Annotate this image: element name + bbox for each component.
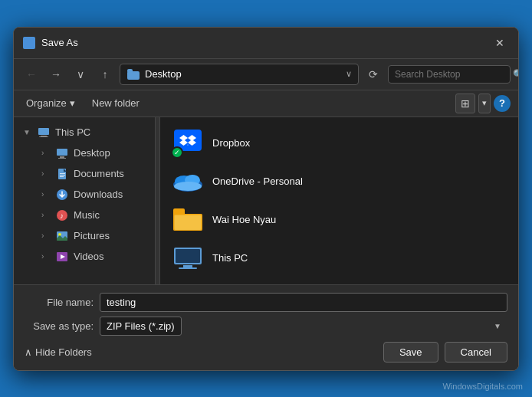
svg-point-25 [174,182,202,191]
file-item-onedrive[interactable]: OneDrive - Personal [166,163,512,200]
pictures-expand-icon: › [41,231,51,240]
svg-rect-13 [60,176,64,177]
bottom-actions: ∧ Hide Folders Save Cancel [25,342,507,363]
sidebar-item-desktop[interactable]: › Desktop [17,143,152,163]
hide-folders-button[interactable]: ∧ Hide Folders [25,346,92,358]
pictures-icon [55,229,69,243]
file-item-folder-wai[interactable]: Wai Hoe Nyau [166,202,512,238]
sidebar-item-music[interactable]: › ♪ Music [17,205,152,225]
view-controls: ⊞ ▾ ? [455,94,511,113]
svg-point-21 [188,144,189,145]
organize-button[interactable]: Organize ▾ [21,94,80,112]
main-content: ▼ This PC › [14,117,518,284]
search-input[interactable] [395,69,510,80]
view-icon: ⊞ [461,97,470,110]
videos-expand-icon: › [41,252,51,261]
hide-folders-label: Hide Folders [35,346,92,358]
address-chevron-icon[interactable]: ∨ [346,69,352,79]
svg-rect-0 [25,38,34,45]
filename-row: File name: [25,293,507,312]
save-button[interactable]: Save [383,342,438,363]
folder-icon [173,208,202,231]
sidebar-music-label: Music [74,209,100,221]
close-button[interactable]: ✕ [491,34,509,52]
svg-rect-12 [60,175,65,176]
music-icon: ♪ [55,208,69,222]
view-toggle-button[interactable]: ⊞ [455,94,475,113]
thispc-file-icon [172,246,203,271]
folder-icon-container [172,206,203,234]
desktop-expand-icon: › [41,149,51,157]
sidebar-item-documents[interactable]: › Documents [17,164,152,184]
svg-rect-8 [60,156,64,158]
action-buttons: Save Cancel [383,342,507,363]
sidebar-desktop-label: Desktop [74,147,110,159]
savetype-select[interactable]: ZIP Files (*.zip) All Files (*.*) [100,317,182,336]
forward-button[interactable]: → [46,64,66,84]
onedrive-icon-container [172,168,203,195]
dropdown-nav-button[interactable]: ∨ [71,64,90,84]
svg-text:♪: ♪ [60,212,64,220]
svg-rect-32 [176,249,200,263]
sidebar-item-videos[interactable]: › Videos [17,247,152,267]
file-item-thispc[interactable]: This PC [166,240,512,277]
documents-expand-icon: › [41,169,51,178]
sidebar: ▼ This PC › [14,117,156,284]
expand-icon: ▼ [23,128,32,136]
sidebar-item-thispc[interactable]: ▼ This PC [17,123,152,143]
search-icon: 🔍 [513,69,519,80]
refresh-button[interactable]: ⟳ [363,64,383,84]
folder-wai-name: Wai Hoe Nyau [212,214,276,225]
up-button[interactable]: ↑ [95,64,115,84]
watermark: WindowsDigitals.com [442,382,523,391]
svg-rect-6 [39,136,48,137]
address-folder-icon [126,67,140,81]
savetype-label: Save as type: [25,320,94,332]
filename-input[interactable] [100,293,507,312]
svg-rect-9 [58,158,66,159]
file-item-dropbox[interactable]: ✓ Dropbox [166,125,512,162]
navigation-toolbar: ← → ∨ ↑ Desktop ∨ ⟳ 🔍 [14,59,518,90]
organize-chevron-icon: ▾ [70,97,75,109]
dialog-title: Save As [41,37,484,48]
thispc-file-name: This PC [212,252,248,264]
dialog-icon [23,37,35,49]
dropbox-check-icon: ✓ [171,146,183,159]
action-bar: Organize ▾ New folder ⊞ ▾ ? [14,90,518,117]
filename-label: File name: [25,297,94,308]
svg-rect-34 [179,267,197,269]
thispc-icon [37,126,51,139]
titlebar: Save As ✕ [14,28,518,59]
sidebar-downloads-label: Downloads [74,189,123,200]
svg-rect-4 [38,128,49,135]
window-controls: ✕ [491,34,509,52]
svg-rect-7 [57,149,67,156]
cancel-button[interactable]: Cancel [445,342,507,363]
help-button[interactable]: ? [494,95,511,112]
hide-folders-icon: ∧ [25,346,32,358]
savetype-wrapper: ZIP Files (*.zip) All Files (*.*) [100,317,507,336]
back-button[interactable]: ← [21,64,41,84]
dropbox-icon-container: ✓ [172,130,203,157]
dropbox-icon: ✓ [174,130,202,157]
address-text: Desktop [145,68,341,80]
view-dropdown-button[interactable]: ▾ [478,94,491,113]
organize-label: Organize [26,97,67,109]
thispc-icon-container [172,244,203,272]
new-folder-label: New folder [92,97,140,109]
sidebar-item-pictures[interactable]: › Pictures [17,226,152,246]
svg-rect-11 [60,173,65,174]
sidebar-item-downloads[interactable]: › Downloads [17,185,152,205]
downloads-expand-icon: › [41,190,51,198]
savetype-row: Save as type: ZIP Files (*.zip) All File… [25,317,507,336]
downloads-icon [55,188,69,202]
onedrive-name: OneDrive - Personal [212,176,303,187]
svg-rect-3 [127,69,133,73]
svg-rect-30 [175,215,201,230]
new-folder-button[interactable]: New folder [87,94,144,112]
onedrive-icon [172,171,203,192]
videos-icon [55,250,69,264]
sidebar-thispc-label: This PC [55,126,90,138]
svg-rect-1 [25,46,34,48]
bottom-form: File name: Save as type: ZIP Files (*.zi… [14,284,518,370]
